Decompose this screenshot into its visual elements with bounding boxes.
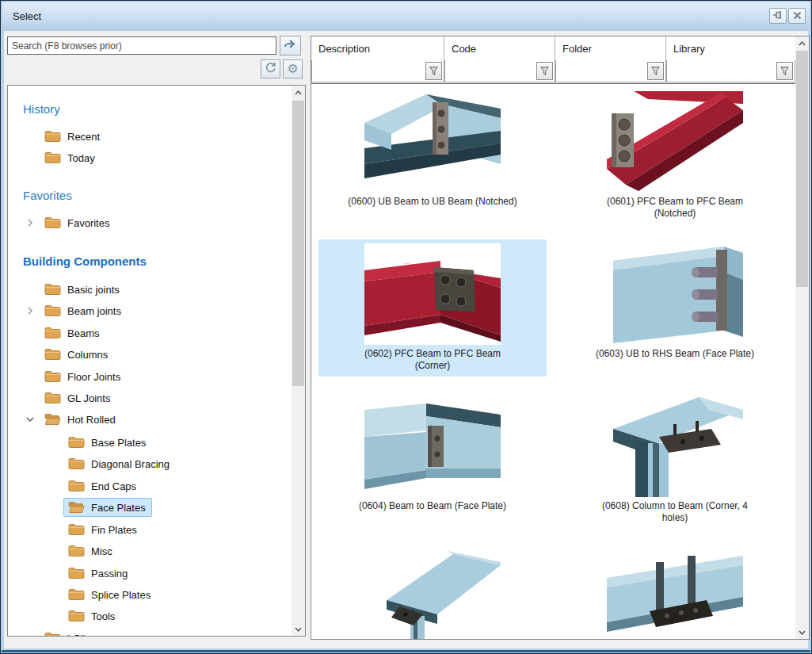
filter-button[interactable] [776,62,793,80]
tree-item-favorites[interactable]: Favorites [8,212,292,233]
column-label: Library [673,43,705,55]
component-card-0604[interactable]: (0604) Beam to Beam (Face Plate) [311,392,554,542]
component-card-0602[interactable]: (0602) PFC Beam to PFC Beam (Corner) [311,239,554,390]
component-card-partial-1[interactable] [311,544,554,639]
tree-item-label: Passing [91,568,128,579]
tree-item-passing[interactable]: Passing [8,563,292,583]
chevron-down-icon[interactable] [25,415,35,424]
column-label: Description [318,43,370,55]
filter-button[interactable] [425,62,442,80]
folder-tree: History Recent Today Favorites Favorites… [8,86,292,636]
tree-item-label: End Caps [91,480,136,492]
title-bar[interactable]: Select [2,2,810,31]
window-title: Select [13,10,41,22]
tree-item-misc[interactable]: Misc [8,541,292,561]
column-header-description[interactable]: Description [311,36,444,60]
settings-button[interactable]: ⚙ [283,59,303,78]
component-thumbnail [364,396,501,497]
tree-item-end-caps[interactable]: End Caps [8,476,292,496]
close-icon [793,9,802,23]
component-card-0600[interactable]: (0600) UB Beam to UB Beam (Notched) [311,87,554,238]
filter-library[interactable] [666,60,795,82]
component-caption: (0603) UB to RHS Beam (Face Plate) [590,348,760,360]
component-list-panel: Description Code Folder Library [311,36,810,640]
component-card-partial-2[interactable] [554,544,795,639]
column-header-library[interactable]: Library [666,36,795,60]
tree-item-i-clips[interactable]: I Clips [8,628,292,636]
filter-folder[interactable] [555,60,666,82]
tree-item-splice-plates[interactable]: Splice Plates [8,584,292,605]
tree-item-diagonal-bracing[interactable]: Diagonal Bracing [8,453,292,474]
scroll-down-icon[interactable] [292,622,305,636]
component-caption: (0602) PFC Beam to PFC Beam (Corner) [348,348,517,372]
tree-item-columns[interactable]: Columns [8,344,292,365]
folder-icon [44,304,61,317]
tree-item-label: Splice Plates [91,589,151,601]
scroll-up-icon[interactable] [795,36,809,50]
filter-code[interactable] [444,60,555,82]
tree-item-hot-rolled[interactable]: Hot Rolled [8,409,292,430]
component-grid: (0600) UB Beam to UB Beam (Notched) [311,84,795,639]
arrow-right-icon [284,38,298,54]
component-card-0601[interactable]: (0601) PFC Beam to PFC Beam (Notched) [554,87,795,238]
tree-section-building-components: Building Components [23,254,147,268]
tree-item-label: Fin Plates [91,524,137,536]
chevron-right-icon[interactable] [25,218,35,228]
folder-icon [68,588,85,601]
tree-item-basic-joints[interactable]: Basic joints [8,279,292,300]
column-header-code[interactable]: Code [444,36,555,60]
tree-item-label: Beams [67,327,99,339]
filter-row [311,60,795,83]
tree-section-history: History [23,102,60,116]
tree-item-beams[interactable]: Beams [8,323,292,343]
refresh-button[interactable] [261,59,280,78]
tree-item-label: Base Plates [91,437,146,449]
folder-icon [44,151,61,164]
component-card-0603[interactable]: (0603) UB to RHS Beam (Face Plate) [554,239,795,390]
tree-item-fin-plates[interactable]: Fin Plates [8,519,292,540]
tree-section-favorites: Favorites [23,189,72,202]
tree-item-beam-joints[interactable]: Beam joints [8,300,292,321]
tree-item-floor-joints[interactable]: Floor Joints [8,366,292,387]
component-thumbnail [607,548,743,639]
tree-scrollbar[interactable] [292,86,305,636]
tree-item-label: Basic joints [67,284,120,296]
tree-item-label: I Clips [67,633,96,637]
funnel-icon [650,66,661,76]
tree-item-tools[interactable]: Tools [8,606,292,626]
tree-item-face-plates[interactable]: Face Plates [8,497,292,518]
chevron-right-icon[interactable] [25,306,35,316]
folder-icon [68,610,85,622]
list-scrollbar[interactable] [795,36,809,639]
search-input[interactable] [7,36,276,55]
close-button[interactable] [788,8,806,24]
filter-description[interactable] [311,60,444,82]
column-label: Folder [562,43,592,55]
tree-selection-highlight: Face Plates [63,498,152,517]
folder-icon [44,632,61,636]
refresh-icon [265,62,276,77]
tree-item-recent[interactable]: Recent [8,126,292,147]
scroll-down-icon[interactable] [795,625,809,639]
folder-icon [68,567,85,579]
scroll-up-icon[interactable] [292,86,305,99]
component-thumbnail [364,548,501,639]
funnel-icon [780,66,790,76]
pin-button[interactable] [769,8,787,24]
tree-item-base-plates[interactable]: Base Plates [8,432,292,453]
component-card-0608[interactable]: (0608) Column to Beam (Corner, 4 holes) [554,392,795,542]
search-go-button[interactable] [280,36,301,55]
dialog-client-area: ⚙ History Recent Today Favorites Favorit… [4,31,808,648]
filter-button[interactable] [647,62,664,80]
column-header-folder[interactable]: Folder [555,36,666,60]
tree-item-gl-joints[interactable]: GL Joints [8,388,292,408]
pin-icon [772,9,783,23]
list-scrollbar-thumb[interactable] [796,51,808,287]
component-caption: (0608) Column to Beam (Corner, 4 holes) [590,500,760,524]
tree-scrollbar-thumb[interactable] [292,101,304,386]
component-thumbnail [607,396,743,497]
filter-button[interactable] [536,62,553,80]
component-thumbnail [607,243,743,345]
tree-item-today[interactable]: Today [8,147,292,168]
component-caption: (0604) Beam to Beam (Face Plate) [348,500,517,512]
